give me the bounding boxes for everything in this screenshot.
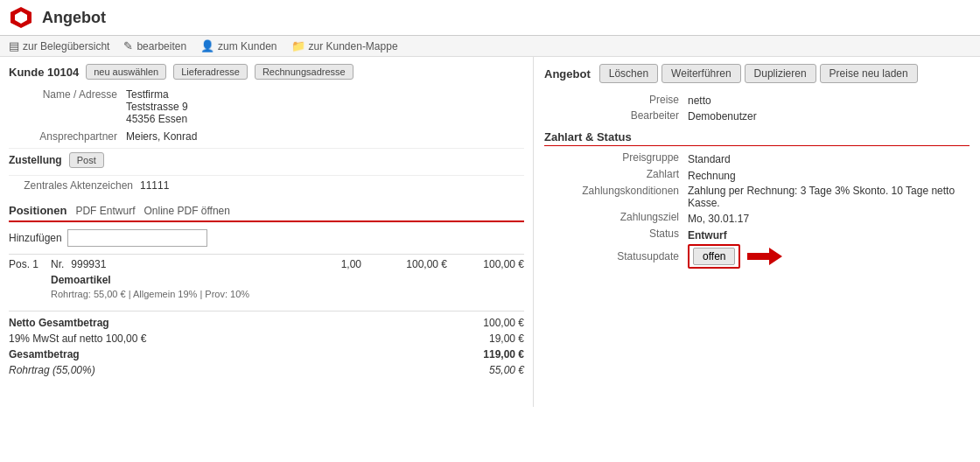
ansprechpartner-label: Ansprechpartner <box>10 127 124 143</box>
online-pdf-link[interactable]: Online PDF öffnen <box>144 205 230 217</box>
left-panel: Kunde 10104 neu auswählen Lieferadresse … <box>0 57 534 407</box>
status-value: Entwurf <box>688 229 727 242</box>
status-value-cell: Entwurf <box>688 228 968 242</box>
zahlungsziel-value: Mo, 30.01.17 <box>688 211 968 226</box>
svg-marker-2 <box>747 248 782 265</box>
zahlungskonditionen-value: Zahlung per Rechnung: 3 Tage 3% Skonto. … <box>688 185 968 209</box>
preise-label: Preise <box>546 94 686 108</box>
pdf-entwurf-link[interactable]: PDF Entwurf <box>75 205 135 217</box>
statusupdate-button[interactable]: offen <box>693 248 735 265</box>
customer-icon: 👤 <box>200 39 214 52</box>
name-adresse-value: Testfirma Teststrasse 9 45356 Essen <box>126 87 522 125</box>
rohrtrag-value: 55,00 € <box>445 364 524 376</box>
totals-section: Netto Gesamtbetrag 100,00 € 19% MwSt auf… <box>9 311 524 378</box>
zustellung-row: Zustellung Post <box>9 148 524 172</box>
customer-header: Kunde 10104 neu auswählen Lieferadresse … <box>9 64 524 80</box>
pos-nr: 999931 <box>71 258 132 270</box>
statusupdate-box: offen <box>688 244 740 269</box>
right-header: Angebot Löschen Weiterführen Duplizieren… <box>544 64 970 83</box>
preisgruppe-value: Standard <box>688 151 968 166</box>
customer-info-table: Name / Adresse Testfirma Teststrasse 9 4… <box>9 85 524 144</box>
mwst-row: 19% MwSt auf netto 100,00 € 19,00 € <box>9 331 524 346</box>
loschen-button[interactable]: Löschen <box>599 64 658 83</box>
ansprechpartner-value: Meiers, Konrad <box>126 127 522 143</box>
rechnungsadresse-button[interactable]: Rechnungsadresse <box>255 64 354 80</box>
zahlungsziel-label: Zahlungsziel <box>546 211 686 226</box>
right-panel: Angebot Löschen Weiterführen Duplizieren… <box>534 57 980 407</box>
zahlart-label: Zahlart <box>546 168 686 183</box>
toolbar-belegubersicht[interactable]: ▤ zur Belegübersicht <box>9 39 109 52</box>
red-divider-positionen <box>9 220 524 222</box>
hinzufuegen-input[interactable] <box>67 229 207 247</box>
bearbeiter-label: Bearbeiter <box>546 109 686 123</box>
hinzufuegen-row: Hinzufügen <box>9 228 524 248</box>
positionen-header: Positionen PDF Entwurf Online PDF öffnen <box>9 204 524 217</box>
position-row: Pos. 1 Nr. 999931 1,00 100,00 € 100,00 € <box>9 254 524 274</box>
main-content: Kunde 10104 neu auswählen Lieferadresse … <box>0 57 980 407</box>
neu-auswahlen-button[interactable]: neu auswählen <box>86 64 166 80</box>
aktenzeichen-value: 11111 <box>140 179 169 192</box>
zahlungskonditionen-label: Zahlungskonditionen <box>546 185 686 209</box>
toolbar-zum-kunden[interactable]: 👤 zum Kunden <box>200 39 276 52</box>
bearbeiter-value: Demobenutzer <box>688 109 968 123</box>
pos-menge: 1,00 <box>139 258 361 270</box>
page-title: Angebot <box>42 9 106 27</box>
pos-einzelpreis: 100,00 € <box>368 258 447 270</box>
pencil-icon: ✎ <box>123 39 133 52</box>
statusupdate-label: Statusupdate <box>546 244 686 269</box>
name-adresse-label: Name / Adresse <box>10 87 124 125</box>
toolbar: ▤ zur Belegübersicht ✎ bearbeiten 👤 zum … <box>0 36 980 57</box>
lieferadresse-button[interactable]: Lieferadresse <box>173 64 248 80</box>
pos-gesamtpreis: 100,00 € <box>454 258 524 270</box>
toolbar-bearbeiten[interactable]: ✎ bearbeiten <box>123 39 186 52</box>
zustellung-label: Zustellung <box>9 154 62 166</box>
angebot-label: Angebot <box>544 67 591 80</box>
belegubersicht-icon: ▤ <box>9 39 19 52</box>
hinzufuegen-label: Hinzufügen <box>9 232 62 244</box>
preise-button[interactable]: Preise neu laden <box>820 64 918 83</box>
pos-article: Demoartikel <box>51 274 111 286</box>
statusupdate-cell: offen <box>688 244 968 269</box>
toolbar-kunden-mappe[interactable]: 📁 zur Kunden-Mappe <box>291 39 398 52</box>
arrow-indicator <box>747 246 782 267</box>
pos-article-row: Demoartikel <box>9 274 524 288</box>
netto-row: Netto Gesamtbetrag 100,00 € <box>9 315 524 331</box>
aktenzeichen-row: Zentrales Aktenzeichen 11111 <box>9 175 524 195</box>
duplizieren-button[interactable]: Duplizieren <box>745 64 816 83</box>
header: Angebot <box>0 0 980 36</box>
gesamt-row: Gesamtbetrag 119,00 € <box>9 346 524 362</box>
folder-icon: 📁 <box>291 39 305 52</box>
preise-table: Preise netto Bearbeiter Demobenutzer <box>544 92 970 125</box>
positionen-title: Positionen <box>9 204 66 217</box>
statusupdate-container: offen <box>688 244 968 269</box>
gesamt-label: Gesamtbetrag <box>9 348 445 360</box>
rohrtrag-row: Rohrtrag (55,00%) 55,00 € <box>9 362 524 378</box>
gesamt-value: 119,00 € <box>445 348 524 360</box>
weiterfuhren-button[interactable]: Weiterführen <box>662 64 740 83</box>
status-label: Status <box>546 228 686 242</box>
pos-number: Pos. 1 <box>9 258 44 270</box>
logo <box>9 5 33 30</box>
pos-detail-row: Rohrtrag: 55,00 € | Allgemein 19% | Prov… <box>9 288 524 304</box>
preisgruppe-label: Preisgruppe <box>546 151 686 166</box>
mwst-label: 19% MwSt auf netto 100,00 € <box>9 332 445 345</box>
zahlart-value: Rechnung <box>688 168 968 183</box>
customer-id: Kunde 10104 <box>9 66 79 79</box>
netto-label: Netto Gesamtbetrag <box>9 317 445 329</box>
netto-value: 100,00 € <box>445 317 524 329</box>
pos-nr-label: Nr. <box>51 258 64 270</box>
zahlart-section-header: Zahlart & Status <box>544 130 970 146</box>
aktenzeichen-label: Zentrales Aktenzeichen <box>9 179 140 192</box>
preise-value: netto <box>688 94 968 108</box>
zahlart-table: Preisgruppe Standard Zahlart Rechnung Za… <box>544 150 970 270</box>
rohrtrag-label: Rohrtrag (55,00%) <box>9 364 445 376</box>
pos-detail: Rohrtrag: 55,00 € | Allgemein 19% | Prov… <box>51 289 249 299</box>
mwst-value: 19,00 € <box>445 332 524 345</box>
zustellung-value[interactable]: Post <box>69 152 104 168</box>
